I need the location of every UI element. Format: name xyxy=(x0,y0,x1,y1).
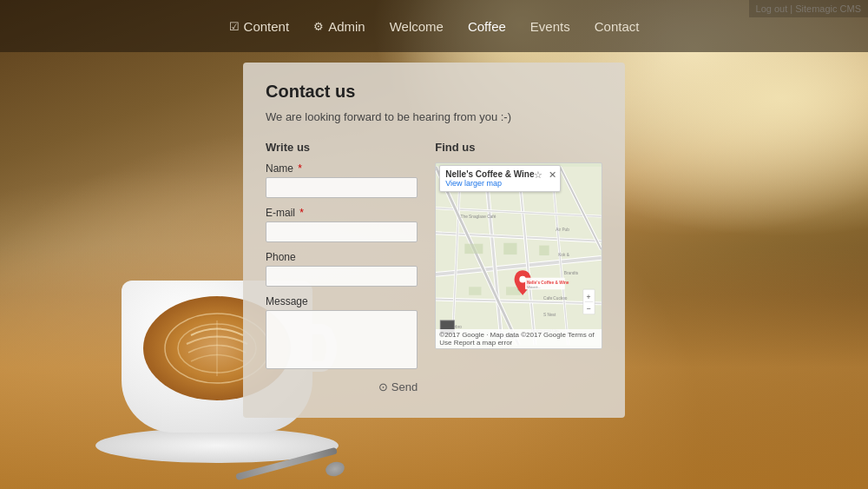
map-footer-text: ©2017 Google · Map data ©2017 Google Ter… xyxy=(439,331,598,347)
admin-icon: ⚙ xyxy=(313,20,324,33)
send-button[interactable]: ⊙ Send xyxy=(378,380,418,393)
map-popup: Nelle's Coffee & Wine View larger map ☆ … xyxy=(439,165,561,192)
nav-label-admin: Admin xyxy=(328,19,365,34)
name-input[interactable] xyxy=(266,177,418,198)
svg-text:Viktorié...: Viktorié... xyxy=(527,286,541,289)
email-required: * xyxy=(299,207,304,219)
map-popup-star: ☆ xyxy=(534,169,542,181)
nav-item-coffee[interactable]: Coffee xyxy=(468,19,506,34)
phone-input[interactable] xyxy=(266,266,418,287)
write-us-column: Write us Name * E-mail * Phone xyxy=(266,141,418,393)
nav-item-welcome[interactable]: Welcome xyxy=(390,19,444,34)
nav-label-coffee: Coffee xyxy=(468,19,506,34)
send-label: Send xyxy=(391,380,418,393)
svg-text:Air Pub: Air Pub xyxy=(556,228,570,232)
navigation: ☑ Content ⚙ Admin Welcome Coffee Events … xyxy=(0,0,868,52)
svg-text:Kok &: Kok & xyxy=(558,253,570,257)
svg-text:Nelle's Coffee & Wine: Nelle's Coffee & Wine xyxy=(527,281,569,285)
card-title: Contact us xyxy=(266,82,602,102)
contact-card: Contact us We are looking forward to be … xyxy=(243,63,625,418)
message-textarea[interactable] xyxy=(266,310,418,369)
svg-text:+: + xyxy=(587,293,591,301)
svg-point-36 xyxy=(520,276,527,283)
find-us-column: Find us xyxy=(435,141,602,393)
svg-text:−: − xyxy=(587,304,591,313)
two-column-layout: Write us Name * E-mail * Phone xyxy=(266,141,602,393)
email-input[interactable] xyxy=(266,221,418,242)
nav-item-content[interactable]: ☑ Content xyxy=(229,19,290,34)
phone-label: Phone xyxy=(266,251,418,263)
phone-group: Phone xyxy=(266,251,418,287)
find-us-title: Find us xyxy=(435,141,602,154)
svg-text:S Nest: S Nest xyxy=(543,313,556,317)
nav-label-events: Events xyxy=(530,19,570,34)
svg-rect-25 xyxy=(469,287,481,295)
name-group: Name * xyxy=(266,162,418,198)
nav-item-contact[interactable]: Contact xyxy=(595,19,640,34)
message-label: Message xyxy=(266,295,418,307)
svg-text:Brandts: Brandts xyxy=(564,271,579,275)
name-label: Name * xyxy=(266,162,418,175)
name-required: * xyxy=(298,162,302,175)
email-label: E-mail * xyxy=(266,207,418,219)
nav-label-contact: Contact xyxy=(595,19,640,34)
nav-item-admin[interactable]: ⚙ Admin xyxy=(313,19,365,34)
map-footer: ©2017 Google · Map data ©2017 Google Ter… xyxy=(436,329,602,348)
svg-rect-23 xyxy=(539,246,549,255)
nav-label-welcome: Welcome xyxy=(390,19,444,34)
send-row: ⊙ Send xyxy=(266,380,418,393)
nav-item-events[interactable]: Events xyxy=(530,19,570,34)
content-icon: ☑ xyxy=(229,20,240,33)
send-icon: ⊙ xyxy=(378,380,388,393)
message-group: Message xyxy=(266,295,418,372)
email-group: E-mail * xyxy=(266,207,418,242)
card-subtitle: We are looking forward to be hearing fro… xyxy=(266,110,602,123)
nav-items: ☑ Content ⚙ Admin Welcome Coffee Events … xyxy=(229,19,640,34)
nav-label-content: Content xyxy=(244,19,290,34)
svg-rect-21 xyxy=(503,243,516,254)
svg-text:The Snaglase Café: The Snaglase Café xyxy=(461,215,496,219)
svg-text:Cafe Cuckoo: Cafe Cuckoo xyxy=(543,296,568,301)
map-container[interactable]: Kok & Air Pub Brandts Cafe Cuckoo Cafe C… xyxy=(435,162,602,349)
map-popup-close-icon[interactable]: ✕ xyxy=(549,169,556,181)
svg-rect-22 xyxy=(465,244,483,254)
write-us-title: Write us xyxy=(266,141,418,154)
